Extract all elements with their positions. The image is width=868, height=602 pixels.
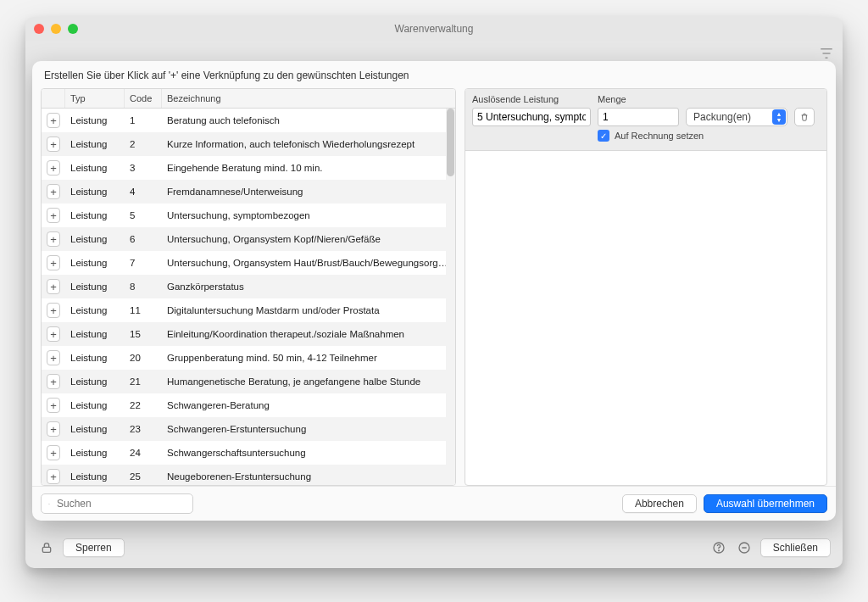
table-row[interactable]: +Leistung23Schwangeren-Erstuntersuchung	[42, 417, 455, 441]
qty-input[interactable]	[598, 108, 679, 126]
cell-typ: Leistung	[65, 467, 125, 485]
table-row[interactable]: +Leistung21Humangenetische Beratung, je …	[42, 370, 455, 393]
col-typ[interactable]: Typ	[65, 89, 125, 108]
add-link-button[interactable]: +	[47, 279, 60, 294]
lock-button[interactable]: Sperren	[63, 538, 125, 557]
cell-typ: Leistung	[65, 325, 125, 343]
cell-code: 6	[125, 230, 162, 248]
add-link-button[interactable]: +	[47, 231, 60, 247]
add-link-button[interactable]: +	[47, 160, 60, 176]
unit-value: Packung(en)	[693, 111, 751, 123]
filter-icon[interactable]	[819, 46, 834, 61]
zoom-window-icon[interactable]	[68, 24, 78, 34]
scrollbar-track[interactable]	[446, 109, 455, 485]
trash-icon	[800, 111, 809, 123]
trigger-input[interactable]	[472, 108, 591, 126]
cell-typ: Leistung	[65, 277, 125, 296]
cell-bezeichnung: Schwangeren-Beratung	[162, 396, 455, 415]
table-row[interactable]: +Leistung2Kurze Information, auch telefo…	[42, 132, 455, 156]
add-link-button[interactable]: +	[47, 421, 60, 437]
table-row[interactable]: +Leistung7Untersuchung, Organsystem Haut…	[42, 251, 455, 275]
stepper-arrows-icon: ▲▼	[772, 109, 786, 125]
scrollbar-thumb[interactable]	[447, 109, 454, 176]
cell-bezeichnung: Schwangerschaftsuntersuchung	[162, 443, 455, 462]
table-row[interactable]: +Leistung5Untersuchung, symptombezogen	[42, 203, 455, 227]
help-icon[interactable]	[709, 538, 728, 557]
accept-button[interactable]: Auswahl übernehmen	[704, 494, 827, 513]
cell-typ: Leistung	[65, 254, 125, 272]
cell-code: 3	[125, 159, 162, 177]
table-row[interactable]: +Leistung11Digitaluntersuchung Mastdarm …	[42, 298, 455, 322]
svg-point-2	[718, 550, 719, 551]
sheet-instruction: Erstellen Sie über Klick auf '+' eine Ve…	[32, 61, 836, 88]
cell-code: 15	[125, 325, 162, 343]
table-row[interactable]: +Leistung1Beratung auch telefonisch	[42, 109, 455, 132]
table-row[interactable]: +Leistung3Eingehende Beratung mind. 10 m…	[42, 156, 455, 180]
table-row[interactable]: +Leistung8Ganzkörperstatus	[42, 275, 455, 298]
table-row[interactable]: +Leistung4Fremdanamnese/Unterweisung	[42, 180, 455, 203]
cell-code: 1	[125, 111, 162, 130]
link-services-sheet: Erstellen Sie über Klick auf '+' eine Ve…	[32, 61, 836, 521]
delete-trigger-button[interactable]	[794, 108, 815, 126]
add-link-button[interactable]: +	[47, 137, 60, 152]
cell-typ: Leistung	[65, 443, 125, 462]
cell-bezeichnung: Humangenetische Beratung, je angefangene…	[162, 372, 455, 391]
on-invoice-label: Auf Rechnung setzen	[615, 131, 704, 141]
on-invoice-checkbox[interactable]: ✓	[598, 130, 609, 142]
cell-typ: Leistung	[65, 396, 125, 415]
add-link-button[interactable]: +	[47, 326, 60, 342]
table-row[interactable]: +Leistung22Schwangeren-Beratung	[42, 393, 455, 417]
cell-bezeichnung: Ganzkörperstatus	[162, 277, 455, 296]
add-link-button[interactable]: +	[47, 374, 60, 389]
add-link-button[interactable]: +	[47, 113, 60, 128]
cell-bezeichnung: Schwangeren-Erstuntersuchung	[162, 420, 455, 438]
col-code[interactable]: Code	[125, 89, 162, 108]
table-row[interactable]: +Leistung25Neugeborenen-Erstuntersuchung	[42, 465, 455, 485]
minimize-window-icon[interactable]	[51, 24, 61, 34]
cell-bezeichnung: Fremdanamnese/Unterweisung	[162, 182, 455, 201]
lock-icon[interactable]	[37, 538, 56, 557]
cell-code: 2	[125, 135, 162, 153]
cell-bezeichnung: Untersuchung, symptombezogen	[162, 206, 455, 225]
cell-code: 23	[125, 420, 162, 438]
cell-typ: Leistung	[65, 206, 125, 225]
table-row[interactable]: +Leistung20Gruppenberatung mind. 50 min,…	[42, 346, 455, 370]
table-row[interactable]: +Leistung15Einleitung/Koordination thera…	[42, 322, 455, 346]
search-field[interactable]	[41, 493, 193, 514]
close-window-icon[interactable]	[34, 24, 44, 34]
cell-code: 4	[125, 182, 162, 201]
add-link-button[interactable]: +	[47, 350, 60, 365]
add-link-button[interactable]: +	[47, 208, 60, 223]
search-icon	[48, 499, 50, 510]
parent-footer: Sperren Schließen	[37, 536, 831, 560]
add-link-button[interactable]: +	[47, 398, 60, 413]
cell-code: 25	[125, 467, 162, 485]
cell-bezeichnung: Beratung auch telefonisch	[162, 111, 455, 130]
add-link-button[interactable]: +	[47, 255, 60, 270]
cell-code: 8	[125, 277, 162, 296]
cell-bezeichnung: Einleitung/Koordination therapeut./sozia…	[162, 325, 455, 343]
svg-point-4	[48, 503, 49, 504]
col-bezeichnung[interactable]: Bezeichnung	[162, 89, 455, 108]
cell-bezeichnung: Untersuchung, Organsystem Haut/Brust/Bau…	[162, 254, 455, 272]
titlebar: Warenverwaltung	[25, 17, 843, 41]
cell-code: 20	[125, 348, 162, 367]
add-link-button[interactable]: +	[47, 303, 60, 318]
parent-window: Warenverwaltung Sperren Schließen Erstel	[25, 17, 843, 568]
close-button[interactable]: Schließen	[760, 538, 831, 557]
cell-typ: Leistung	[65, 420, 125, 438]
table-row[interactable]: +Leistung6Untersuchung, Organsystem Kopf…	[42, 227, 455, 251]
add-link-button[interactable]: +	[47, 469, 60, 484]
table-row[interactable]: +Leistung24Schwangerschaftsuntersuchung	[42, 441, 455, 465]
table-body[interactable]: +Leistung1Beratung auch telefonisch+Leis…	[42, 109, 455, 485]
cell-bezeichnung: Kurze Information, auch telefonisch Wied…	[162, 135, 455, 153]
cancel-button[interactable]: Abbrechen	[622, 494, 697, 513]
unit-select[interactable]: Packung(en) ▲▼	[686, 108, 787, 126]
search-input[interactable]	[55, 497, 186, 510]
add-link-button[interactable]: +	[47, 445, 60, 460]
add-link-button[interactable]: +	[47, 184, 60, 199]
svg-rect-0	[42, 547, 50, 552]
cell-typ: Leistung	[65, 111, 125, 130]
minus-circle-icon[interactable]	[735, 538, 754, 557]
cell-bezeichnung: Eingehende Beratung mind. 10 min.	[162, 159, 455, 177]
